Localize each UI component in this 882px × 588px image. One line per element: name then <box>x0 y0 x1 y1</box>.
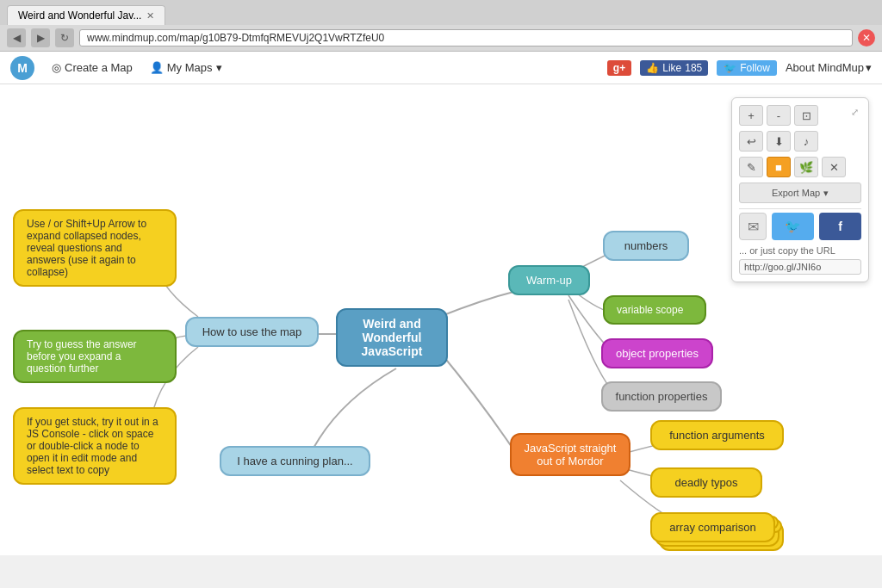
stop-btn[interactable]: ✕ <box>858 29 875 46</box>
about-link[interactable]: About MindMup ▾ <box>786 61 872 74</box>
warmup-node[interactable]: Warm-up <box>508 265 590 295</box>
refresh-btn[interactable]: ↻ <box>55 28 74 47</box>
dropdown-icon: ▾ <box>216 61 222 74</box>
person-icon: 👤 <box>150 61 164 74</box>
control-panel: ⤢ + - ⊡ ↩ ⬇ ♪ ✎ ■ 🌿 ✕ Export Map ▾ <box>731 97 869 282</box>
browser-chrome: Weird and Wonderful Jav... ✕ ◀ ▶ ↻ ✕ <box>0 0 882 52</box>
action-row1: ↩ ⬇ ♪ <box>739 131 861 152</box>
fit-btn[interactable]: ⊡ <box>794 105 818 126</box>
create-map-icon: ◎ <box>52 61 61 74</box>
zoom-out-btn[interactable]: - <box>767 105 791 126</box>
facebook-icon: f <box>838 220 842 233</box>
forward-btn[interactable]: ▶ <box>31 28 50 47</box>
share-row: ✉ 🐦 f <box>739 213 861 240</box>
hint1-node[interactable]: Use / or Shift+Up Arrow to expand collap… <box>13 209 177 287</box>
copy-url-input[interactable] <box>739 259 861 275</box>
address-input[interactable] <box>79 29 853 46</box>
my-maps-label: My Maps <box>167 61 213 74</box>
my-maps-link[interactable]: 👤 My Maps ▾ <box>150 61 222 74</box>
tab-title: Weird and Wonderful Jav... <box>18 9 141 22</box>
create-map-label: Create a Map <box>65 61 133 74</box>
how-to-use-node[interactable]: How to use the map <box>185 317 319 347</box>
object-properties-node[interactable]: object properties <box>601 338 713 368</box>
undo-btn[interactable]: ↩ <box>739 131 763 152</box>
color-btn[interactable]: ■ <box>767 157 791 177</box>
tab-bar: Weird and Wonderful Jav... ✕ <box>0 0 882 25</box>
export-map-label: Export Map <box>772 188 820 198</box>
back-btn[interactable]: ◀ <box>7 28 26 47</box>
app-logo: M <box>10 56 34 80</box>
hint2-node[interactable]: Try to guess the answer before you expan… <box>13 330 177 383</box>
twitter-icon: 🐦 <box>724 62 736 74</box>
app-nav: M ◎ Create a Map 👤 My Maps ▾ g+ 👍 Like 1… <box>0 52 882 84</box>
about-label: About MindMup <box>786 61 864 74</box>
gplus-btn[interactable]: g+ <box>607 60 631 76</box>
address-bar-row: ◀ ▶ ↻ ✕ <box>0 25 882 51</box>
share-facebook-btn[interactable]: f <box>819 213 861 240</box>
audio-btn[interactable]: ♪ <box>794 131 818 152</box>
function-args-node[interactable]: function arguments <box>650 420 784 450</box>
function-properties-node[interactable]: function properties <box>601 381 722 412</box>
export-map-btn[interactable]: Export Map ▾ <box>739 183 861 203</box>
js-mordor-node[interactable]: JavaScript straight out of Mordor <box>510 433 630 476</box>
about-dropdown-icon: ▾ <box>866 61 872 74</box>
copy-url-label: ... or just copy the URL <box>739 245 861 256</box>
leaf-btn[interactable]: 🌿 <box>794 157 818 177</box>
follow-label: Follow <box>740 62 770 74</box>
browser-tab[interactable]: Weird and Wonderful Jav... ✕ <box>7 5 165 25</box>
download-btn[interactable]: ⬇ <box>767 131 791 152</box>
twitter-bird-icon: 🐦 <box>785 219 801 234</box>
collapse-panel-btn[interactable]: ⤢ <box>848 105 861 119</box>
variable-scope-node[interactable]: variable scope <box>603 295 706 325</box>
like-thumb-icon: 👍 <box>646 62 659 74</box>
array-comparison-node[interactable]: array comparison <box>650 512 775 542</box>
zoom-row: + - ⊡ <box>739 105 861 126</box>
twitter-follow-btn[interactable]: 🐦 Follow <box>717 60 777 76</box>
deadly-typos-node[interactable]: deadly typos <box>650 467 762 498</box>
share-twitter-btn[interactable]: 🐦 <box>772 213 814 240</box>
ctrl-divider <box>739 208 861 209</box>
export-row: Export Map ▾ <box>739 183 861 203</box>
like-btn[interactable]: 👍 Like 185 <box>640 60 708 76</box>
like-count: 185 <box>685 62 702 74</box>
action-row2: ✎ ■ 🌿 ✕ <box>739 157 861 177</box>
social-area: g+ 👍 Like 185 🐦 Follow About MindMup ▾ <box>607 60 872 76</box>
zoom-in-btn[interactable]: + <box>739 105 763 126</box>
center-node[interactable]: Weird and Wonderful JavaScript <box>336 308 448 367</box>
numbers-node[interactable]: numbers <box>603 231 689 261</box>
map-canvas: Weird and Wonderful JavaScript Use / or … <box>0 84 882 555</box>
export-dropdown-icon: ▾ <box>823 188 829 199</box>
delete-btn[interactable]: ✕ <box>822 157 846 177</box>
share-mail-btn[interactable]: ✉ <box>739 213 767 240</box>
create-map-link[interactable]: ◎ Create a Map <box>52 61 133 74</box>
tab-close-btn[interactable]: ✕ <box>146 10 154 22</box>
like-label: Like <box>662 62 681 74</box>
cunning-plan-node[interactable]: I have a cunning plan... <box>220 446 370 476</box>
pencil-btn[interactable]: ✎ <box>739 157 763 177</box>
hint3-node[interactable]: If you get stuck, try it out in a JS Con… <box>13 407 177 485</box>
